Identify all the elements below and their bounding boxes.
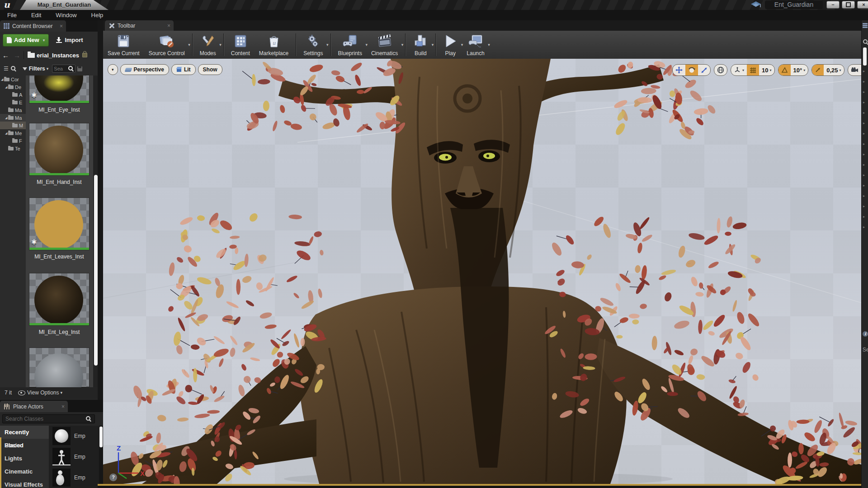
content-browser-tab[interactable]: Content Browser × [0,20,66,32]
lit-mode-button[interactable]: Lit [171,64,196,75]
surface-snap-icon [734,67,741,73]
scale-snap-value[interactable]: 0,25 ▾ [824,65,844,75]
expander-icon[interactable]: ◢ [5,131,8,135]
asset-tile[interactable] [29,347,90,387]
play-button[interactable]: Play ▾ [439,31,462,59]
category-lights[interactable]: Lights [0,452,49,465]
actor-list-scrollbar[interactable] [99,426,103,488]
tree-folder[interactable]: ◢Me [0,129,26,137]
toolbar-tab[interactable]: Toolbar × [105,20,174,31]
cinematics-button[interactable]: Cinematics ▾ [367,31,402,59]
actor-item[interactable]: Emp [49,426,103,446]
level-viewport[interactable]: Z X ? [103,59,861,484]
place-actors-tab[interactable]: Place Actors × [0,401,68,412]
perspective-button[interactable]: Perspective [120,64,169,75]
content-browser-actions: Add New ▾ Import [0,32,103,48]
current-folder[interactable]: erial_Instances [37,52,79,59]
tree-folder[interactable]: Te [0,145,26,152]
content-button[interactable]: Content [226,31,255,59]
chevron-down-icon: ▾ [432,42,434,47]
filters-button[interactable]: Filters [29,66,45,72]
folder-icon [8,85,14,89]
add-new-button[interactable]: Add New ▾ [3,34,49,47]
unsaved-star-icon: ✱ [31,91,37,99]
menu-edit[interactable]: Edit [24,10,48,20]
expander-icon[interactable]: ◢ [1,78,4,81]
tree-folder-selected[interactable]: M [0,122,26,129]
scrollbar-thumb[interactable] [863,47,867,66]
help-icon[interactable]: ? [109,474,117,481]
grid-snap-toggle[interactable] [747,65,759,75]
rotate-tool-button-selected[interactable] [685,65,698,75]
save-filter-icon[interactable] [77,66,82,71]
category-basic[interactable]: Basic [0,439,49,452]
place-actors-search-row [0,413,103,425]
rotation-snap-value[interactable]: 10° ▾ [791,65,808,75]
sources-panel-icon[interactable]: ☰ [4,66,8,72]
scrollbar-thumb[interactable] [94,175,98,366]
scale-icon [701,67,708,74]
lock-icon[interactable] [82,53,87,57]
tree-folder[interactable]: ◢Cor [0,75,26,83]
floppy-disk-icon [116,33,131,49]
viewport-toolbar-right: ▾ 10 ▾ 10° ▾ 0,25 ▾ [672,64,868,76]
asset-tile[interactable]: MI_Ent_Hand_Inst [29,123,90,185]
forward-arrow-icon[interactable]: → [11,52,23,59]
tree-folder[interactable]: Ma [0,106,26,114]
view-options-button[interactable]: View Options [27,389,59,396]
import-button[interactable]: Import [56,37,83,43]
actor-item[interactable]: Emp [49,446,103,467]
category-recently-placed[interactable]: Recently Placed [0,426,49,439]
menu-help[interactable]: Help [84,10,111,20]
settings-button[interactable]: Settings ▾ [299,31,327,59]
marketplace-button[interactable]: u Marketplace [255,31,293,59]
blueprints-button[interactable]: Blueprints ▾ [334,31,367,59]
unreal-editor-window: u Map_Ent_Guardian Ent_Guardian – × File… [0,0,868,488]
build-button[interactable]: Build ▾ [408,31,433,59]
show-button[interactable]: Show [198,64,222,75]
viewport-options-button[interactable]: ▾ [108,64,118,75]
category-cinematic[interactable]: Cinematic [0,465,49,478]
tree-folder[interactable]: E [0,99,26,106]
asset-tile[interactable]: ✱ MI_Ent_Eye_Inst [29,75,90,113]
menu-window[interactable]: Window [48,10,84,20]
asset-tile[interactable]: MI_Ent_Leg_Inst [29,273,90,335]
menu-file[interactable]: File [0,10,24,20]
modes-button[interactable]: Modes ▾ [195,31,221,59]
back-arrow-icon[interactable]: ← [0,52,11,59]
close-icon[interactable]: × [60,23,63,29]
viewport-toolbar-left: ▾ Perspective Lit Show [108,64,222,75]
launch-button[interactable]: Launch ▾ [462,31,489,59]
tree-folder[interactable]: F [0,137,26,145]
surface-snap-button[interactable]: ▾ [731,65,747,75]
search-classes-input[interactable] [2,414,95,423]
grid-snap-value[interactable]: 10 ▾ [759,65,774,75]
minimize-button[interactable]: – [826,1,840,9]
axis-z-label: Z [117,445,121,452]
expander-icon[interactable]: ◢ [5,85,8,89]
chevron-down-icon: ▾ [188,42,190,47]
material-sphere-thumbnail [34,200,83,249]
restore-button[interactable] [842,1,855,9]
tutorial-cap-icon[interactable] [750,1,761,9]
save-current-button[interactable]: Save Current [103,31,144,59]
close-icon[interactable]: × [61,404,65,410]
expander-icon[interactable]: ◢ [5,116,8,120]
tree-folder[interactable]: ◢Ma [0,114,26,122]
source-control-button[interactable]: Source Control ▾ [144,31,189,59]
asset-tile[interactable]: ✱ MI_Ent_Leaves_Inst [29,197,90,260]
scale-snap-toggle[interactable] [812,65,824,75]
close-button[interactable]: × [857,1,868,9]
scale-tool-button[interactable] [698,65,710,75]
tree-folder[interactable]: A [0,91,26,99]
tree-folder[interactable]: ◢De [0,83,26,91]
level-tab[interactable]: Map_Ent_Guardian [20,0,108,10]
close-icon[interactable]: × [167,23,170,29]
rotation-snap-toggle[interactable] [778,65,791,75]
scrollbar-thumb[interactable] [99,427,103,447]
find-icon[interactable] [11,66,16,71]
world-space-button[interactable] [714,65,727,75]
category-visual-effects[interactable]: Visual Effects [0,478,49,488]
move-tool-button[interactable] [673,65,685,75]
actor-item[interactable]: Emp [49,467,103,488]
